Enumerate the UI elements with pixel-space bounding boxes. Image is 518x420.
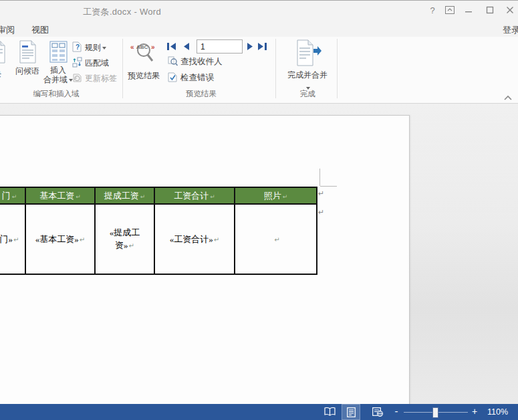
web-layout-button[interactable] — [368, 404, 387, 420]
group-label-preview-results: 预览结果 — [164, 89, 238, 99]
paragraph-mark-icon: ↵ — [13, 236, 19, 243]
ribbon-mailings: 块 问候语 插入 合并域 ? — [0, 37, 518, 104]
first-record-icon — [166, 42, 177, 51]
insert-merge-field-icon — [49, 41, 68, 63]
cell-base-salary-field[interactable]: «基本工资»↵ — [25, 204, 95, 274]
finish-merge-button[interactable]: 完成并合并 — [279, 38, 336, 89]
greeting-line-button[interactable]: 问候语 — [11, 38, 43, 89]
zoom-in-button[interactable]: + — [470, 406, 479, 417]
help-button[interactable]: ? — [425, 5, 440, 17]
zoom-out-button[interactable]: - — [392, 405, 401, 417]
status-bar: - + 110% — [0, 404, 518, 420]
greeting-line-icon — [19, 40, 37, 64]
document-page[interactable]: 门↵ 基本工资↵ 提成工资↵ 工资合计↵ 照片↵ 门»↵ «基本工资»↵ «提成… — [0, 115, 410, 404]
rules-icon: ? — [72, 41, 82, 52]
find-recipient-button[interactable]: 查找收件人 — [168, 56, 223, 68]
salary-table: 门↵ 基本工资↵ 提成工资↵ 工资合计↵ 照片↵ 门»↵ «基本工资»↵ «提成… — [0, 187, 317, 275]
match-fields-button[interactable]: 匹配域 — [72, 57, 109, 70]
sign-in-link[interactable]: 登录 — [503, 24, 518, 36]
zoom-slider-thumb[interactable] — [432, 407, 438, 418]
next-record-button[interactable] — [246, 41, 257, 51]
preview-results-icon: « » ABC — [130, 41, 157, 65]
dropdown-caret-icon — [102, 47, 106, 49]
group-label-write-insert-fields: 编写和插入域 — [5, 89, 107, 99]
address-block-icon — [0, 41, 6, 64]
cell-photo-empty[interactable]: ↵ — [235, 204, 317, 274]
record-number-input[interactable] — [197, 39, 243, 54]
paragraph-mark-icon: ↵ — [80, 236, 85, 243]
paragraph-mark-icon: ↵ — [274, 236, 279, 243]
print-layout-button[interactable] — [342, 404, 360, 420]
close-icon — [506, 6, 514, 14]
ribbon-display-options-icon — [445, 6, 455, 14]
cell-commission-salary-field[interactable]: «提成工资»↵ — [95, 204, 154, 274]
read-mode-button[interactable] — [320, 404, 339, 420]
document-area: 门↵ 基本工资↵ 提成工资↵ 工资合计↵ 照片↵ 门»↵ «基本工资»↵ «提成… — [0, 104, 518, 404]
cell-department-field[interactable]: 门»↵ — [0, 204, 25, 274]
table-header-row: 门↵ 基本工资↵ 提成工资↵ 工资合计↵ 照片↵ — [0, 187, 317, 204]
group-separator — [122, 39, 123, 98]
header-cell-salary-total[interactable]: 工资合计↵ — [154, 187, 235, 204]
cell-salary-total-field[interactable]: «工资合计»↵ — [154, 204, 235, 274]
table-merge-field-row: 门»↵ «基本工资»↵ «提成工资»↵ «工资合计»↵ ↵ — [0, 204, 317, 274]
ribbon-display-options-button[interactable] — [442, 5, 457, 17]
address-block-button[interactable]: 块 — [0, 38, 12, 89]
tab-review[interactable]: 审阅 — [0, 24, 15, 36]
preview-results-button[interactable]: « » ABC 预览结果 — [124, 38, 163, 89]
svg-text:»: » — [151, 43, 155, 51]
last-record-button[interactable] — [257, 41, 267, 51]
finish-merge-icon — [293, 39, 321, 66]
group-label-finish: 完成 — [279, 89, 336, 99]
header-cell-commission-salary[interactable]: 提成工资↵ — [95, 187, 154, 204]
collapse-ribbon-button[interactable] — [503, 92, 517, 101]
update-labels-button[interactable]: 更新标签 — [72, 72, 117, 86]
next-record-icon — [246, 42, 255, 51]
maximize-icon — [486, 6, 494, 14]
minimize-button[interactable] — [461, 5, 476, 17]
window-title: 工资条.docx - Word — [83, 6, 161, 18]
chevron-up-icon — [503, 95, 513, 101]
update-labels-icon — [72, 72, 82, 83]
maximize-button[interactable] — [483, 5, 497, 17]
header-cell-base-salary[interactable]: 基本工资↵ — [25, 187, 95, 204]
last-record-icon — [257, 42, 267, 51]
header-cell-department[interactable]: 门↵ — [0, 187, 25, 204]
match-fields-icon — [72, 57, 82, 68]
previous-record-button[interactable] — [182, 41, 192, 51]
paragraph-mark-icon: ↵ — [129, 242, 134, 249]
margin-crop-mark — [320, 186, 337, 187]
svg-text:«: « — [130, 43, 134, 51]
group-separator — [337, 39, 338, 98]
paragraph-mark-icon: ↵ — [140, 193, 146, 200]
word-window: { "window": { "title": "工资条.docx - Word"… — [0, 0, 518, 420]
find-recipient-icon — [168, 56, 178, 66]
svg-text:?: ? — [76, 43, 80, 51]
paragraph-mark-icon: ↵ — [76, 193, 81, 200]
row-end-paragraph-mark-icon: ↵ — [318, 189, 324, 198]
tab-view[interactable]: 视图 — [31, 24, 49, 36]
paragraph-mark-icon: ↵ — [210, 193, 215, 200]
check-errors-icon — [168, 72, 178, 82]
paragraph-mark-icon: ↵ — [283, 193, 288, 200]
paragraph-mark-icon: ↵ — [214, 236, 219, 243]
title-bar: 工资条.docx - Word ? — [0, 0, 518, 21]
rules-button[interactable]: ? 规则 — [72, 41, 106, 55]
insert-merge-field-button[interactable]: 插入 合并域 — [43, 38, 74, 89]
header-cell-photo[interactable]: 照片↵ — [235, 187, 317, 204]
previous-record-icon — [182, 42, 190, 51]
margin-crop-mark — [319, 169, 320, 186]
first-record-button[interactable] — [166, 41, 177, 51]
read-mode-icon — [324, 407, 336, 416]
group-separator — [275, 39, 276, 98]
web-layout-icon — [372, 407, 383, 417]
check-errors-button[interactable]: 检查错误 — [168, 72, 214, 84]
zoom-percent-label[interactable]: 110% — [487, 407, 508, 417]
row-end-paragraph-mark-icon: ↵ — [318, 208, 324, 217]
minimize-icon — [465, 6, 473, 14]
close-button[interactable] — [503, 5, 517, 17]
paragraph-mark-icon: ↵ — [12, 193, 17, 200]
ribbon-tab-row: 审阅 视图 登录 — [0, 20, 518, 37]
print-layout-icon — [347, 407, 356, 417]
